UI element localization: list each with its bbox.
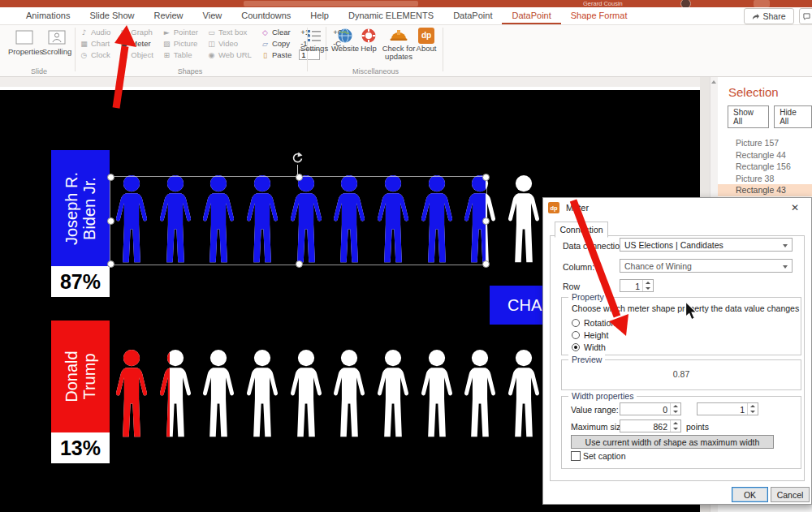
ribbon-button-meter[interactable]: ◒Meter <box>118 38 154 49</box>
candidate-box-1[interactable]: Donald Trump <box>51 321 110 432</box>
ribbon-button-paste[interactable]: ▯Paste <box>259 49 293 60</box>
show-all-button[interactable]: Show All <box>728 105 769 128</box>
cancel-button[interactable]: Cancel <box>771 487 810 502</box>
spinner-arrows-icon[interactable] <box>670 420 680 432</box>
ribbon-button-audio[interactable]: ♪Audio <box>78 27 112 37</box>
person-icon <box>462 349 498 440</box>
share-button[interactable]: Share <box>744 8 794 24</box>
selection-handle[interactable] <box>107 260 114 268</box>
ok-button[interactable]: OK <box>732 487 768 502</box>
ribbon-button-label: Chart <box>91 39 110 48</box>
tab-slide-show[interactable]: Slide Show <box>80 7 144 24</box>
tab-dynamic-elements[interactable]: Dynamic ELEMENTS <box>339 7 443 24</box>
tab-datapoint[interactable]: DataPoint <box>443 7 502 24</box>
ribbon-button-video[interactable]: ◫Video <box>205 38 253 49</box>
property-group: Property Choose which meter shape proper… <box>561 297 801 355</box>
settings-icon <box>304 27 324 45</box>
radio-width[interactable]: Width <box>572 341 801 353</box>
ribbon-button-web-url[interactable]: ◉Web URL <box>205 49 253 60</box>
ribbon-button-clear[interactable]: ◇Clear <box>259 27 293 37</box>
selection-item[interactable]: Rectangle 156 <box>718 161 812 173</box>
tab-shape-format[interactable]: Shape Format <box>561 7 637 24</box>
tab-review[interactable]: Review <box>144 7 192 24</box>
ribbon-button-chart[interactable]: ▦Chart <box>78 38 112 49</box>
value-min-spinner[interactable]: 0 <box>620 402 681 415</box>
website-button[interactable]: Website <box>330 27 361 53</box>
settings-label: Settings <box>297 45 331 53</box>
selection-handle[interactable] <box>107 217 114 225</box>
selection-handle[interactable] <box>296 174 303 181</box>
help-button[interactable]: Help <box>357 27 380 53</box>
column-select[interactable]: Chance of Wining <box>620 259 793 273</box>
set-caption-checkbox[interactable] <box>571 451 581 461</box>
close-icon[interactable]: ✕ <box>784 202 806 213</box>
scrolling-button[interactable]: Scrolling <box>41 27 73 56</box>
ribbon-button-object[interactable]: ▣Object <box>118 49 154 60</box>
candidate-box-0[interactable]: Joseph R. Biden Jr. <box>51 150 110 266</box>
settings-button[interactable]: Settings <box>297 27 331 53</box>
percent-box[interactable]: 13% <box>51 432 110 463</box>
ribbon-button-label: Object <box>131 50 153 59</box>
ribbon-button-table[interactable]: ⊞Table <box>161 49 200 60</box>
ribbon-button-label: Clear <box>272 28 291 37</box>
data-connection-select[interactable]: US Elections | Candidates <box>620 238 793 252</box>
selection-item[interactable]: Picture 38 <box>718 173 812 185</box>
ribbon-button-label: Copy <box>272 39 290 48</box>
selection-item[interactable]: Picture 157 <box>718 137 812 149</box>
selection-item[interactable]: Rectangle 43 <box>718 184 812 196</box>
properties-button[interactable]: Properties <box>8 27 41 56</box>
radio-rotation[interactable]: Rotation <box>572 316 801 329</box>
selection-handle[interactable] <box>482 174 490 181</box>
use-current-width-button[interactable]: Use current width of shape as maximum wi… <box>571 435 774 449</box>
person-icon <box>244 349 280 440</box>
comments-button[interactable]: Co <box>799 8 812 24</box>
spinner-arrows-icon[interactable] <box>670 403 680 415</box>
ribbon-button-picture[interactable]: ▨Picture <box>161 38 200 49</box>
selection-item[interactable]: Rectangle 44 <box>718 149 812 161</box>
ribbon-button-label: Table <box>174 50 192 59</box>
chevron-down-icon <box>783 244 788 247</box>
ribbon-bottom-strip <box>0 77 700 87</box>
tab-datapoint[interactable]: DataPoint <box>502 7 560 24</box>
ribbon-button-label: Clock <box>91 50 110 59</box>
selection-handle[interactable] <box>482 260 490 268</box>
tab-countdowns[interactable]: Countdowns <box>231 7 300 24</box>
search-icon[interactable] <box>754 0 770 7</box>
about-button[interactable]: dp About <box>412 27 440 53</box>
tab-view[interactable]: View <box>193 7 232 24</box>
clear-icon: ◇ <box>261 28 270 37</box>
selection-handle[interactable] <box>107 174 114 181</box>
tab-connection[interactable]: Connection <box>555 222 608 238</box>
selection-handle[interactable] <box>482 217 490 225</box>
tab-help[interactable]: Help <box>300 7 339 24</box>
spinner-arrows-icon[interactable] <box>747 403 758 415</box>
percent-box[interactable]: 87% <box>51 266 110 297</box>
hide-all-button[interactable]: Hide All <box>774 105 812 128</box>
chance-box[interactable]: CHA <box>490 286 544 325</box>
search-box[interactable] <box>244 1 418 6</box>
preview-group-label: Preview <box>568 355 605 364</box>
selection-handle[interactable] <box>296 260 303 268</box>
rotation-handle-icon[interactable] <box>291 152 303 167</box>
audio-icon: ♪ <box>80 28 89 37</box>
tab-animations[interactable]: Animations <box>16 7 80 24</box>
ribbon-button-clock[interactable]: ◷Clock <box>78 49 112 60</box>
spinner-arrows-icon[interactable] <box>642 280 653 291</box>
shape-selection-box[interactable] <box>110 176 487 265</box>
ribbon-button-label: Pointer <box>174 28 198 37</box>
scrollbar-up-icon[interactable] <box>711 80 716 84</box>
group-label-slide: Slide <box>6 67 71 75</box>
radio-height[interactable]: Height <box>572 329 801 341</box>
row-spinner[interactable]: 1 <box>620 279 654 292</box>
ribbon-button-copy[interactable]: ▱Copy <box>259 38 293 49</box>
value-max-spinner[interactable]: 1 <box>697 402 758 415</box>
maximum-size-spinner[interactable]: 862 <box>620 419 681 432</box>
radio-label: Height <box>584 330 608 340</box>
meter-fill-overlay[interactable] <box>114 349 170 440</box>
ribbon-button-text-box[interactable]: ▭Text box <box>205 27 253 37</box>
row-value: 1 <box>620 280 642 291</box>
ribbon-button-pointer[interactable]: ►Pointer <box>161 27 200 37</box>
person-icon <box>331 349 367 440</box>
ribbon-button-graph[interactable]: ▤Graph <box>118 27 154 37</box>
dialog-titlebar[interactable]: dp Meter ✕ <box>543 198 811 217</box>
